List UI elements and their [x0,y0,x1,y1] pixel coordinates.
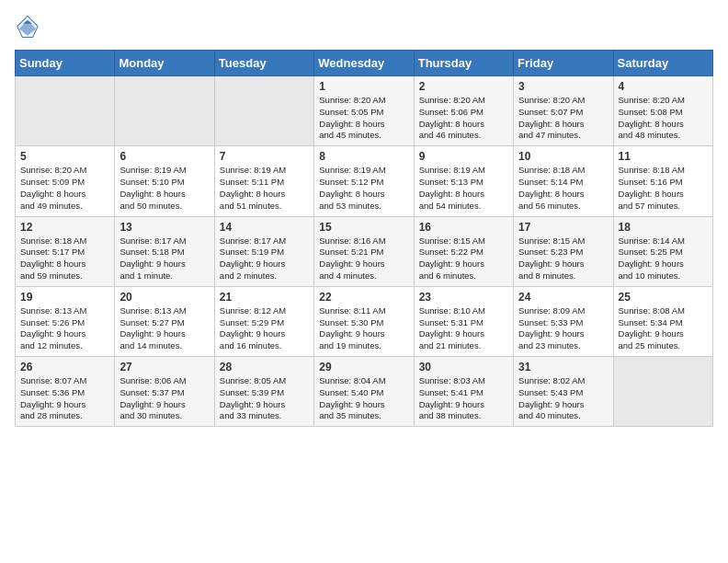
calendar-day-cell: 20Sunrise: 8:13 AMSunset: 5:27 PMDayligh… [115,286,214,356]
day-of-week-header: Friday [514,51,613,76]
day-info: Sunrise: 8:13 AMSunset: 5:26 PMDaylight:… [20,305,109,352]
calendar-week-row: 19Sunrise: 8:13 AMSunset: 5:26 PMDayligh… [16,286,713,356]
day-info: Sunrise: 8:18 AMSunset: 5:14 PMDaylight:… [518,165,608,212]
day-number: 6 [119,150,209,163]
day-number: 2 [419,80,508,93]
day-info: Sunrise: 8:02 AMSunset: 5:43 PMDaylight:… [518,375,608,422]
day-info: Sunrise: 8:09 AMSunset: 5:33 PMDaylight:… [518,305,608,352]
calendar-day-cell: 28Sunrise: 8:05 AMSunset: 5:39 PMDayligh… [214,357,313,427]
calendar-day-cell: 26Sunrise: 8:07 AMSunset: 5:36 PMDayligh… [16,357,115,427]
day-info: Sunrise: 8:18 AMSunset: 5:17 PMDaylight:… [20,236,109,282]
day-info: Sunrise: 8:20 AMSunset: 5:07 PMDaylight:… [518,95,608,142]
day-number: 28 [220,361,309,373]
day-number: 5 [20,150,109,163]
day-number: 17 [518,221,608,234]
calendar-day-cell: 13Sunrise: 8:17 AMSunset: 5:18 PMDayligh… [115,216,214,286]
day-info: Sunrise: 8:08 AMSunset: 5:34 PMDaylight:… [619,305,708,352]
day-of-week-header: Saturday [613,51,712,76]
day-info: Sunrise: 8:19 AMSunset: 5:13 PMDaylight:… [419,165,508,212]
day-number: 7 [220,150,309,163]
calendar-day-cell: 8Sunrise: 8:19 AMSunset: 5:12 PMDaylight… [314,146,414,216]
day-info: Sunrise: 8:12 AMSunset: 5:29 PMDaylight:… [220,305,309,352]
calendar-day-cell [16,76,115,146]
day-number: 4 [619,80,708,93]
day-number: 12 [20,221,109,234]
calendar-day-cell: 1Sunrise: 8:20 AMSunset: 5:05 PMDaylight… [314,76,414,146]
day-info: Sunrise: 8:15 AMSunset: 5:22 PMDaylight:… [419,236,508,282]
day-info: Sunrise: 8:17 AMSunset: 5:19 PMDaylight:… [220,236,309,282]
day-number: 9 [419,150,508,163]
day-number: 24 [518,291,608,304]
calendar-day-cell: 14Sunrise: 8:17 AMSunset: 5:19 PMDayligh… [214,216,313,286]
day-number: 18 [619,221,708,234]
day-number: 1 [319,80,408,93]
day-number: 20 [119,291,209,304]
logo-icon [15,15,40,40]
calendar-day-cell: 31Sunrise: 8:02 AMSunset: 5:43 PMDayligh… [514,357,613,427]
calendar-header: SundayMondayTuesdayWednesdayThursdayFrid… [16,51,713,76]
day-info: Sunrise: 8:13 AMSunset: 5:27 PMDaylight:… [119,305,209,352]
day-number: 8 [319,150,408,163]
calendar-day-cell: 10Sunrise: 8:18 AMSunset: 5:14 PMDayligh… [514,146,613,216]
day-number: 21 [220,291,309,304]
calendar-day-cell: 19Sunrise: 8:13 AMSunset: 5:26 PMDayligh… [16,286,115,356]
calendar-day-cell: 21Sunrise: 8:12 AMSunset: 5:29 PMDayligh… [214,286,313,356]
day-info: Sunrise: 8:16 AMSunset: 5:21 PMDaylight:… [319,236,408,282]
calendar-day-cell: 11Sunrise: 8:18 AMSunset: 5:16 PMDayligh… [613,146,712,216]
day-number: 27 [119,361,209,373]
day-number: 29 [319,361,408,373]
day-number: 15 [319,221,408,234]
calendar-day-cell: 22Sunrise: 8:11 AMSunset: 5:30 PMDayligh… [314,286,414,356]
calendar-day-cell: 30Sunrise: 8:03 AMSunset: 5:41 PMDayligh… [414,357,513,427]
calendar-day-cell [214,76,313,146]
calendar-week-row: 1Sunrise: 8:20 AMSunset: 5:05 PMDaylight… [16,76,713,146]
day-info: Sunrise: 8:06 AMSunset: 5:37 PMDaylight:… [119,375,209,422]
day-number: 23 [419,291,508,304]
day-number: 3 [518,80,608,93]
calendar-day-cell: 6Sunrise: 8:19 AMSunset: 5:10 PMDaylight… [115,146,214,216]
day-number: 19 [20,291,109,304]
day-info: Sunrise: 8:19 AMSunset: 5:10 PMDaylight:… [119,165,209,212]
calendar-day-cell: 17Sunrise: 8:15 AMSunset: 5:23 PMDayligh… [514,216,613,286]
day-info: Sunrise: 8:04 AMSunset: 5:40 PMDaylight:… [319,375,408,422]
calendar-day-cell: 25Sunrise: 8:08 AMSunset: 5:34 PMDayligh… [613,286,712,356]
day-of-week-header: Sunday [16,51,115,76]
calendar-day-cell: 7Sunrise: 8:19 AMSunset: 5:11 PMDaylight… [214,146,313,216]
day-number: 14 [220,221,309,234]
calendar-day-cell: 15Sunrise: 8:16 AMSunset: 5:21 PMDayligh… [314,216,414,286]
day-info: Sunrise: 8:20 AMSunset: 5:05 PMDaylight:… [319,95,408,142]
day-number: 22 [319,291,408,304]
days-of-week-row: SundayMondayTuesdayWednesdayThursdayFrid… [16,51,713,76]
calendar-day-cell: 4Sunrise: 8:20 AMSunset: 5:08 PMDaylight… [613,76,712,146]
day-info: Sunrise: 8:20 AMSunset: 5:09 PMDaylight:… [20,165,109,212]
day-info: Sunrise: 8:19 AMSunset: 5:11 PMDaylight:… [220,165,309,212]
calendar-body: 1Sunrise: 8:20 AMSunset: 5:05 PMDaylight… [16,76,713,427]
day-number: 13 [119,221,209,234]
page-header [15,15,713,40]
calendar-day-cell: 18Sunrise: 8:14 AMSunset: 5:25 PMDayligh… [613,216,712,286]
day-number: 31 [518,361,608,373]
calendar-day-cell: 29Sunrise: 8:04 AMSunset: 5:40 PMDayligh… [314,357,414,427]
calendar-week-row: 12Sunrise: 8:18 AMSunset: 5:17 PMDayligh… [16,216,713,286]
calendar-day-cell: 3Sunrise: 8:20 AMSunset: 5:07 PMDaylight… [514,76,613,146]
calendar-day-cell [115,76,214,146]
day-number: 30 [419,361,508,373]
day-info: Sunrise: 8:19 AMSunset: 5:12 PMDaylight:… [319,165,408,212]
logo [15,15,44,40]
day-of-week-header: Wednesday [314,51,414,76]
day-info: Sunrise: 8:18 AMSunset: 5:16 PMDaylight:… [619,165,708,212]
calendar-table: SundayMondayTuesdayWednesdayThursdayFrid… [15,50,713,427]
calendar-day-cell: 23Sunrise: 8:10 AMSunset: 5:31 PMDayligh… [414,286,513,356]
calendar-day-cell: 24Sunrise: 8:09 AMSunset: 5:33 PMDayligh… [514,286,613,356]
day-info: Sunrise: 8:07 AMSunset: 5:36 PMDaylight:… [20,375,109,422]
day-number: 25 [619,291,708,304]
day-number: 10 [518,150,608,163]
day-of-week-header: Tuesday [214,51,313,76]
calendar-day-cell: 9Sunrise: 8:19 AMSunset: 5:13 PMDaylight… [414,146,513,216]
day-info: Sunrise: 8:14 AMSunset: 5:25 PMDaylight:… [619,236,708,282]
calendar-day-cell: 27Sunrise: 8:06 AMSunset: 5:37 PMDayligh… [115,357,214,427]
calendar-week-row: 5Sunrise: 8:20 AMSunset: 5:09 PMDaylight… [16,146,713,216]
day-info: Sunrise: 8:05 AMSunset: 5:39 PMDaylight:… [220,375,309,422]
calendar-day-cell: 16Sunrise: 8:15 AMSunset: 5:22 PMDayligh… [414,216,513,286]
calendar-day-cell: 2Sunrise: 8:20 AMSunset: 5:06 PMDaylight… [414,76,513,146]
